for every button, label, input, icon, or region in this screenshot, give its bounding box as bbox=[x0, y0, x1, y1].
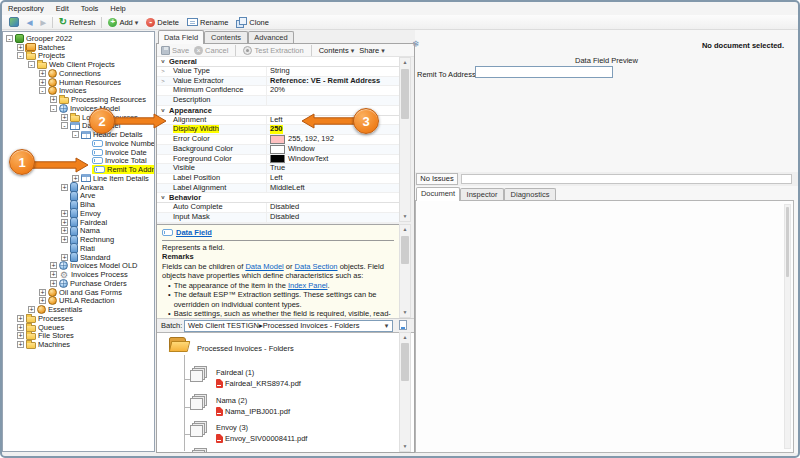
expander-minus-icon[interactable]: - bbox=[6, 35, 13, 42]
test-extraction-button[interactable]: Test Extraction bbox=[243, 46, 303, 55]
tree-item-purchase-orders[interactable]: +Purchase Orders bbox=[3, 279, 154, 288]
tab-document[interactable]: Document bbox=[416, 187, 460, 201]
expander-plus-icon[interactable]: + bbox=[61, 227, 68, 234]
tab-advanced[interactable]: Advanced bbox=[248, 31, 294, 43]
expander-plus-icon[interactable]: + bbox=[61, 210, 68, 217]
expander-minus-icon[interactable]: - bbox=[72, 131, 79, 138]
expander-plus-icon[interactable]: + bbox=[17, 44, 24, 51]
property-row-auto-complete[interactable]: Auto CompleteDisabled bbox=[157, 203, 399, 213]
tree-item-queues[interactable]: +Queues bbox=[3, 323, 154, 332]
expander-plus-icon[interactable]: + bbox=[39, 79, 46, 86]
forward-button[interactable] bbox=[36, 16, 49, 29]
property-row-value-type[interactable]: >Value TypeString bbox=[157, 67, 399, 77]
combo-arrow-icon[interactable] bbox=[382, 321, 391, 331]
tree-item-local-resources[interactable]: +Local Resources bbox=[3, 113, 154, 122]
property-value[interactable]: 250 bbox=[267, 125, 399, 134]
property-row-label-alignment[interactable]: Label AlignmentMiddleLeft bbox=[157, 184, 399, 194]
refresh-preview-icon[interactable] bbox=[412, 39, 420, 49]
expander-plus-icon[interactable]: + bbox=[61, 236, 68, 243]
batch-tree-scrollbar[interactable]: ▲ ▼ bbox=[399, 332, 411, 452]
tree-item-invoices-model-old[interactable]: +Invoices Model OLD bbox=[3, 262, 154, 271]
expander-plus-icon[interactable]: + bbox=[50, 262, 57, 269]
expander-plus-icon[interactable]: + bbox=[17, 341, 24, 348]
menu-item-edit[interactable]: Edit bbox=[50, 2, 75, 15]
tree-item-biha[interactable]: Biha bbox=[3, 200, 154, 209]
menu-item-help[interactable]: Help bbox=[104, 2, 131, 15]
property-row-error-color[interactable]: Error Color255, 192, 192 bbox=[157, 135, 399, 145]
back-button[interactable] bbox=[23, 16, 36, 29]
tree-item-header-details[interactable]: -Header Details bbox=[3, 130, 154, 139]
help-scrollbar[interactable]: ▲ ▼ bbox=[399, 224, 411, 318]
scroll-down-icon[interactable]: ▼ bbox=[400, 442, 410, 451]
expander-plus-icon[interactable]: + bbox=[39, 70, 46, 77]
scroll-down-icon[interactable]: ▼ bbox=[400, 308, 410, 317]
tree-item-connections[interactable]: +Connections bbox=[3, 69, 154, 78]
batch-folder-item[interactable]: Envoy (3)Envoy_SIV00008411.pdf bbox=[190, 421, 207, 438]
add-button[interactable]: Add bbox=[104, 16, 142, 29]
navigate-button[interactable] bbox=[5, 16, 23, 29]
expander-plus-icon[interactable]: + bbox=[61, 254, 68, 261]
tree-item-ankara[interactable]: +Ankara bbox=[3, 183, 154, 192]
tree-item-nama[interactable]: +Nama bbox=[3, 227, 154, 236]
tree-item-file-stores[interactable]: +File Stores bbox=[3, 332, 154, 341]
property-row-value-extractor[interactable]: >Value ExtractorReference: VE - Remit Ad… bbox=[157, 77, 399, 87]
batch-file-item[interactable]: Fairdeal_KRS8974.pdf bbox=[216, 379, 301, 388]
tree-item-processing-resources[interactable]: +Processing Resources bbox=[3, 95, 154, 104]
batch-file-item[interactable]: Nama_IPBJ001.pdf bbox=[216, 407, 290, 416]
property-value[interactable]: Reference: VE - Remit Address bbox=[267, 77, 399, 86]
menu-item-tools[interactable]: Tools bbox=[75, 2, 105, 15]
property-row-minimum-confidence[interactable]: Minimum Confidence20% bbox=[157, 86, 399, 96]
tree-item-processes[interactable]: +Processes bbox=[3, 314, 154, 323]
tree-item-machines[interactable]: +Machines bbox=[3, 340, 154, 349]
tree-item-fairdeal[interactable]: +Fairdeal bbox=[3, 218, 154, 227]
property-value[interactable]: MiddleLeft bbox=[267, 184, 399, 193]
property-value[interactable]: Window bbox=[267, 145, 399, 154]
expander-minus-icon[interactable]: - bbox=[50, 105, 57, 112]
expander-plus-icon[interactable]: + bbox=[50, 280, 57, 287]
batch-selector[interactable]: Web Client TESTIGN▸Processed Invoices - … bbox=[184, 320, 393, 332]
property-row-background-color[interactable]: Background ColorWindow bbox=[157, 145, 399, 155]
tree-item-invoice-number[interactable]: Invoice Number bbox=[3, 139, 154, 148]
property-row-input-mask[interactable]: Input MaskDisabled bbox=[157, 213, 399, 222]
cancel-button[interactable]: Cancel bbox=[194, 46, 228, 55]
tree-item-invoices-process[interactable]: +Invoices Process bbox=[3, 270, 154, 279]
tree-item-web-client-projects[interactable]: -Web Client Projects bbox=[3, 60, 154, 69]
tab-data-field[interactable]: Data Field bbox=[158, 30, 204, 44]
expander-minus-icon[interactable]: - bbox=[28, 61, 35, 68]
property-category-behavior[interactable]: vBehavior bbox=[157, 193, 399, 203]
tree-item-batches[interactable]: +Batches bbox=[3, 43, 154, 52]
property-row-label-position[interactable]: Label PositionLeft bbox=[157, 174, 399, 184]
view-batch-document-icon[interactable] bbox=[399, 320, 407, 330]
refresh-button[interactable]: Refresh bbox=[55, 16, 100, 29]
property-value[interactable]: Disabled bbox=[267, 203, 399, 212]
scroll-up-icon[interactable]: ▲ bbox=[400, 58, 410, 67]
property-value[interactable]: WindowText bbox=[267, 155, 399, 164]
batch-file-item[interactable]: Envoy_SIV00008411.pdf bbox=[216, 434, 307, 443]
expander-minus-icon[interactable]: - bbox=[39, 87, 46, 94]
tree-item-riati[interactable]: Riati bbox=[3, 244, 154, 253]
expander-plus-icon[interactable]: + bbox=[17, 315, 24, 322]
tree-item-arve[interactable]: Arve bbox=[3, 192, 154, 201]
property-value[interactable]: True bbox=[267, 164, 399, 173]
tree-item-urla-redaction[interactable]: +URLA Redaction bbox=[3, 297, 154, 306]
scrollbar-thumb[interactable] bbox=[401, 69, 409, 119]
remit-to-address-input[interactable] bbox=[475, 66, 613, 78]
expander-plus-icon[interactable]: + bbox=[39, 289, 46, 296]
menu-item-repository[interactable]: Repository bbox=[2, 2, 50, 15]
save-button[interactable]: Save bbox=[161, 46, 189, 55]
property-value[interactable]: Disabled bbox=[267, 213, 399, 222]
tree-item-human-resources[interactable]: +Human Resources bbox=[3, 78, 154, 87]
property-value[interactable]: String bbox=[267, 67, 399, 76]
tab-contents[interactable]: Contents bbox=[204, 31, 248, 43]
expander-plus-icon[interactable]: + bbox=[50, 96, 57, 103]
delete-button[interactable]: Delete bbox=[142, 16, 183, 29]
batch-root-label[interactable]: Processed Invoices - Folders bbox=[197, 344, 294, 353]
property-category-general[interactable]: vGeneral bbox=[157, 57, 399, 67]
scrollbar-thumb[interactable] bbox=[786, 207, 789, 277]
scroll-up-icon[interactable]: ▲ bbox=[400, 225, 410, 234]
tree-item-line-item-details[interactable]: +Line Item Details bbox=[3, 174, 154, 183]
tree-item-grooper-2022[interactable]: -Grooper 2022 bbox=[3, 34, 154, 43]
property-value[interactable] bbox=[267, 96, 399, 105]
tree-item-standard[interactable]: +Standard bbox=[3, 253, 154, 262]
scrollbar-thumb[interactable] bbox=[401, 343, 409, 381]
